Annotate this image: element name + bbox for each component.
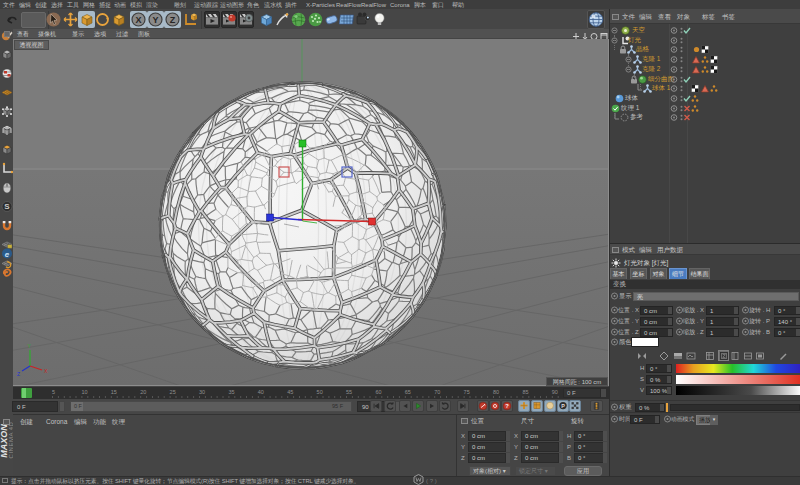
svg-text:X: X — [135, 15, 141, 25]
svg-text:Z: Z — [170, 15, 176, 25]
svg-text:P: P — [561, 403, 565, 409]
svg-text:Z: Z — [17, 371, 20, 377]
svg-text:S: S — [4, 202, 10, 211]
svg-text:e: e — [5, 250, 10, 259]
svg-text:Y: Y — [152, 15, 158, 25]
svg-text:?: ? — [505, 403, 509, 409]
